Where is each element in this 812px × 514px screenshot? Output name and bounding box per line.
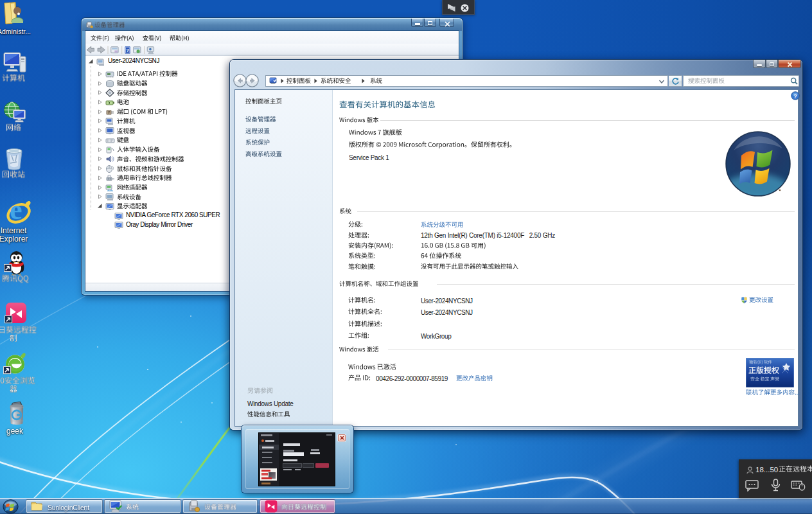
svg-text:?: ? (126, 48, 129, 53)
svg-text:?: ? (793, 93, 797, 100)
